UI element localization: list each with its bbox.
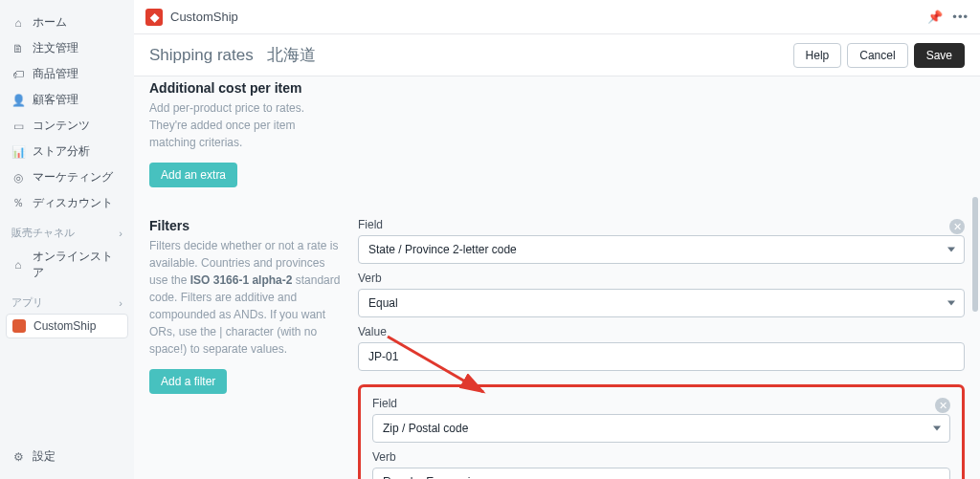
nav-customers[interactable]: 👤 顧客管理 — [6, 87, 128, 113]
nav-content[interactable]: ▭ コンテンツ — [6, 113, 128, 139]
nav-settings[interactable]: ⚙ 設定 — [6, 444, 128, 469]
app-logo-icon: ◆ — [145, 9, 163, 26]
store-icon: ⌂ — [11, 258, 25, 272]
app-name: CustomShip — [170, 10, 238, 24]
filter-field-select[interactable]: Zip / Postal code — [372, 414, 950, 443]
chevron-right-icon: › — [119, 297, 122, 309]
verb-label: Verb — [372, 450, 950, 464]
add-extra-button[interactable]: Add an extra — [149, 163, 237, 187]
nav-label: ストア分析 — [33, 143, 90, 160]
app-header: ◆ CustomShip 📌 ••• — [134, 0, 980, 34]
nav-section-channels: 販売チャネル › — [6, 216, 128, 244]
nav-section-apps: アプリ › — [6, 286, 128, 314]
page-header: Shipping rates 北海道 Help Cancel Save — [134, 34, 980, 76]
chevron-right-icon: › — [119, 228, 122, 239]
nav-discounts[interactable]: ％ ディスカウント — [6, 190, 128, 216]
cancel-button[interactable]: Cancel — [847, 43, 907, 68]
apps-title-text: アプリ — [11, 295, 43, 310]
nav-label: CustomShip — [33, 319, 96, 333]
home-icon: ⌂ — [11, 16, 25, 30]
nav-orders[interactable]: 🗎 注文管理 — [6, 35, 128, 61]
filter-verb-select[interactable]: Equal — [358, 289, 965, 317]
field-label: Field — [358, 218, 383, 231]
section-title-additional: Additional cost per item — [149, 80, 341, 96]
pin-icon[interactable]: 📌 — [927, 10, 943, 24]
filter-value-input[interactable] — [358, 342, 965, 371]
scrollbar[interactable] — [970, 76, 978, 479]
analytics-icon: 📊 — [11, 145, 25, 159]
help-button[interactable]: Help — [793, 43, 842, 68]
gear-icon: ⚙ — [11, 450, 25, 464]
content-scroll[interactable]: Additional cost per item Add per-product… — [134, 76, 980, 479]
nav-label: 設定 — [33, 448, 56, 465]
nav-label: ディスカウント — [33, 195, 113, 211]
customers-icon: 👤 — [11, 94, 25, 107]
nav-home[interactable]: ⌂ ホーム — [6, 10, 128, 35]
filter-verb-select[interactable]: Regular Expression — [372, 468, 950, 479]
main-content: ◆ CustomShip 📌 ••• Shipping rates 北海道 He… — [134, 0, 980, 479]
orders-icon: 🗎 — [11, 42, 25, 55]
nav-label: ホーム — [33, 14, 67, 31]
verb-label: Verb — [358, 272, 965, 285]
nav-label: 顧客管理 — [33, 92, 78, 108]
nav-label: 商品管理 — [33, 66, 78, 82]
nav-label: マーケティング — [33, 169, 113, 185]
sidebar: ⌂ ホーム 🗎 注文管理 🏷 商品管理 👤 顧客管理 ▭ コンテンツ 📊 ス — [0, 0, 134, 479]
field-label: Field — [372, 397, 397, 410]
filter-block-highlighted: Field ✕ Zip / Postal code Verb Regular E… — [358, 384, 965, 479]
nav-analytics[interactable]: 📊 ストア分析 — [6, 139, 128, 164]
nav-marketing[interactable]: ◎ マーケティング — [6, 164, 128, 190]
nav-label: 注文管理 — [33, 40, 78, 56]
add-filter-button[interactable]: Add a filter — [149, 369, 227, 394]
section-desc-additional: Add per-product price to rates. They're … — [149, 99, 341, 151]
more-icon[interactable]: ••• — [952, 10, 969, 24]
filters-desc-bold: ISO 3166-1 alpha-2 — [190, 273, 293, 287]
nav-app-customship[interactable]: CustomShip — [6, 314, 128, 338]
nav-online-store[interactable]: ⌂ オンラインストア — [6, 244, 128, 286]
nav-label: オンラインストア — [33, 249, 122, 281]
discounts-icon: ％ — [11, 197, 25, 210]
products-icon: 🏷 — [11, 68, 25, 81]
scroll-thumb[interactable] — [972, 197, 978, 312]
marketing-icon: ◎ — [11, 171, 25, 185]
value-label: Value — [358, 325, 965, 338]
filter-field-select[interactable]: State / Province 2-letter code — [358, 235, 965, 264]
remove-filter-button[interactable]: ✕ — [949, 219, 965, 234]
channels-title-text: 販売チャネル — [11, 226, 75, 240]
section-desc-filters: Filters decide whether or not a rate is … — [149, 237, 341, 358]
nav-label: コンテンツ — [33, 118, 90, 134]
filter-block: Field ✕ State / Province 2-letter code V… — [358, 218, 965, 371]
nav-products[interactable]: 🏷 商品管理 — [6, 61, 128, 87]
app-icon — [12, 319, 26, 333]
save-button[interactable]: Save — [914, 43, 965, 68]
page-title: Shipping rates — [149, 46, 254, 65]
content-icon: ▭ — [11, 120, 25, 133]
page-subtitle: 北海道 — [267, 44, 316, 66]
remove-filter-button[interactable]: ✕ — [935, 398, 950, 413]
section-title-filters: Filters — [149, 218, 341, 233]
